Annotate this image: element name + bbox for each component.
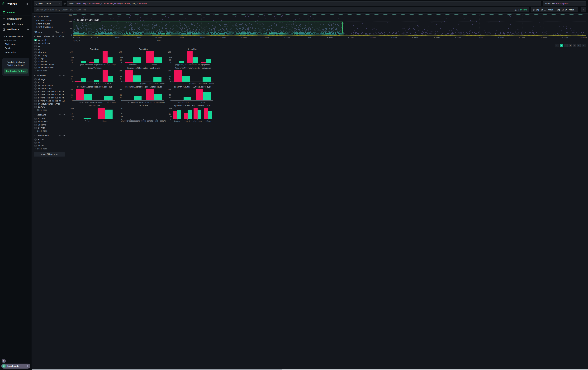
- checkbox[interactable]: [34, 64, 37, 66]
- search-input[interactable]: Search your events w/ Lucene ex. column:…: [34, 7, 252, 12]
- bar-selected[interactable]: [173, 111, 178, 119]
- checkbox[interactable]: [34, 57, 37, 60]
- clear-all-filters-button[interactable]: Clear all: [55, 31, 65, 33]
- bar-selected[interactable]: [146, 89, 154, 100]
- pin-icon[interactable]: [63, 74, 65, 77]
- checkbox[interactable]: [34, 118, 37, 120]
- filter-option-expire[interactable]: EXPIRE: [34, 105, 65, 109]
- bar-baseline[interactable]: [188, 110, 192, 119]
- bar-baseline[interactable]: [105, 110, 113, 119]
- bar-selected[interactable]: [125, 62, 133, 63]
- bar-selected[interactable]: [103, 70, 108, 81]
- filter-option-frontend-proxy[interactable]: frontend-proxy: [34, 63, 65, 66]
- more-filters-button[interactable]: More filters: [34, 152, 65, 157]
- bar-baseline[interactable]: [153, 77, 161, 81]
- show-more-button[interactable]: Show more: [34, 109, 65, 111]
- bar-baseline[interactable]: [107, 57, 113, 63]
- filter-option-checkout[interactable]: checkout: [34, 51, 65, 54]
- bar-selected[interactable]: [188, 51, 193, 63]
- search-icon[interactable]: [59, 114, 61, 116]
- filter-option-server[interactable]: Server: [34, 126, 65, 129]
- bar-baseline[interactable]: [81, 78, 86, 81]
- filter-section-title[interactable]: SpanKind: [37, 114, 46, 116]
- filter-section-title[interactable]: StatusCode: [37, 134, 49, 137]
- load-more-button[interactable]: Load more: [34, 129, 65, 132]
- bar-selected[interactable]: [146, 51, 154, 63]
- checkbox[interactable]: [34, 141, 37, 144]
- filter-option-unset[interactable]: Unset: [34, 144, 65, 147]
- search-icon[interactable]: [59, 135, 61, 137]
- show-more-button[interactable]: Show more: [34, 69, 65, 72]
- sidebar-item-client-sessions[interactable]: Client Sessions: [0, 21, 32, 27]
- checkbox[interactable]: [34, 78, 37, 80]
- filter-option-accounting[interactable]: accounting: [34, 42, 65, 45]
- analysis-mode-option-event-deltas[interactable]: Event Deltas: [34, 22, 65, 25]
- bar-baseline[interactable]: [104, 96, 112, 100]
- sidebar-item-search[interactable]: Search: [0, 10, 32, 15]
- bar-selected[interactable]: [201, 62, 206, 63]
- chevron-down-icon[interactable]: [34, 35, 36, 37]
- bar-baseline[interactable]: [203, 92, 211, 100]
- sidebar-item-services[interactable]: Services: [0, 46, 32, 50]
- checkbox[interactable]: [34, 124, 37, 126]
- filter-option-internal[interactable]: Internal: [34, 123, 65, 126]
- checkbox[interactable]: [34, 67, 37, 69]
- checkbox[interactable]: [34, 42, 37, 44]
- bar-selected[interactable]: [204, 109, 208, 119]
- checkbox[interactable]: [34, 45, 37, 47]
- clear-filter-button[interactable]: Clear: [59, 35, 65, 38]
- bar-selected[interactable]: [76, 89, 84, 100]
- bar-baseline[interactable]: [84, 94, 92, 100]
- pin-icon[interactable]: [56, 35, 58, 37]
- bar-selected[interactable]: [194, 108, 198, 119]
- duration-heatmap[interactable]: Filter by Selection: [73, 14, 252, 36]
- presets-toggle[interactable]: PRESETS: [0, 39, 32, 42]
- bar-baseline[interactable]: [133, 57, 141, 63]
- bar-selected[interactable]: [89, 62, 94, 63]
- bar-selected[interactable]: [176, 100, 184, 100]
- checkbox[interactable]: [34, 54, 37, 57]
- filter-option-error-the-credit-card-[interactable]: Error: The credit card (…: [34, 90, 65, 93]
- filter-by-selection-button[interactable]: Filter by Selection: [75, 18, 101, 22]
- pin-icon[interactable]: [63, 135, 65, 137]
- checkbox[interactable]: [34, 81, 37, 83]
- bar-baseline[interactable]: [133, 75, 141, 81]
- filter-option-frontend[interactable]: frontend: [34, 60, 65, 63]
- sidebar-item-clickhouse[interactable]: ClickHouse: [0, 42, 32, 46]
- bar-baseline[interactable]: [206, 59, 211, 63]
- checkbox[interactable]: [34, 97, 37, 99]
- filter-option-documentload[interactable]: documentLoad: [34, 87, 65, 90]
- filter-option-error[interactable]: Error: [34, 138, 65, 141]
- search-icon[interactable]: [52, 35, 54, 37]
- bar-selected[interactable]: [174, 70, 182, 81]
- filter-option-payment[interactable]: payment: [34, 39, 65, 42]
- bar-baseline[interactable]: [84, 118, 91, 119]
- bar-selected[interactable]: [184, 113, 188, 119]
- sidebar-item-dashboards[interactable]: Dashboards: [0, 27, 32, 32]
- checkbox[interactable]: [34, 51, 37, 53]
- filter-option-cart[interactable]: cart: [34, 48, 65, 51]
- sidebar-item-kubernetes[interactable]: Kubernetes: [0, 50, 32, 54]
- checkbox[interactable]: [34, 100, 37, 102]
- source-settings-button[interactable]: [62, 2, 67, 5]
- chevron-down-icon[interactable]: [34, 135, 36, 137]
- filter-option-flagd[interactable]: flagd: [34, 57, 65, 60]
- bar-baseline[interactable]: [184, 97, 191, 100]
- bar-selected[interactable]: [196, 89, 203, 100]
- filter-option-currency[interactable]: currency: [34, 54, 65, 57]
- create-dashboard-button[interactable]: + Create Dashboard: [0, 34, 32, 39]
- filter-option-error-the-credit-card-[interactable]: Error: The credit card (…: [34, 93, 65, 96]
- bar-baseline[interactable]: [154, 94, 162, 100]
- filter-section-title[interactable]: SpanName: [37, 74, 46, 77]
- bar-selected[interactable]: [125, 70, 133, 81]
- filter-option-change[interactable]: change: [34, 78, 65, 81]
- chevron-down-icon[interactable]: [34, 75, 36, 76]
- checkbox[interactable]: [34, 103, 37, 105]
- filter-section-title[interactable]: ServiceName: [37, 35, 50, 38]
- bar-baseline[interactable]: [177, 110, 181, 119]
- filter-option-documentfetch[interactable]: documentFetch: [34, 84, 65, 87]
- sidebar-item-chart-explorer[interactable]: Chart Explorer: [0, 16, 32, 21]
- bar-baseline[interactable]: [193, 57, 198, 63]
- checkbox[interactable]: [34, 84, 37, 87]
- checkbox[interactable]: [34, 121, 37, 123]
